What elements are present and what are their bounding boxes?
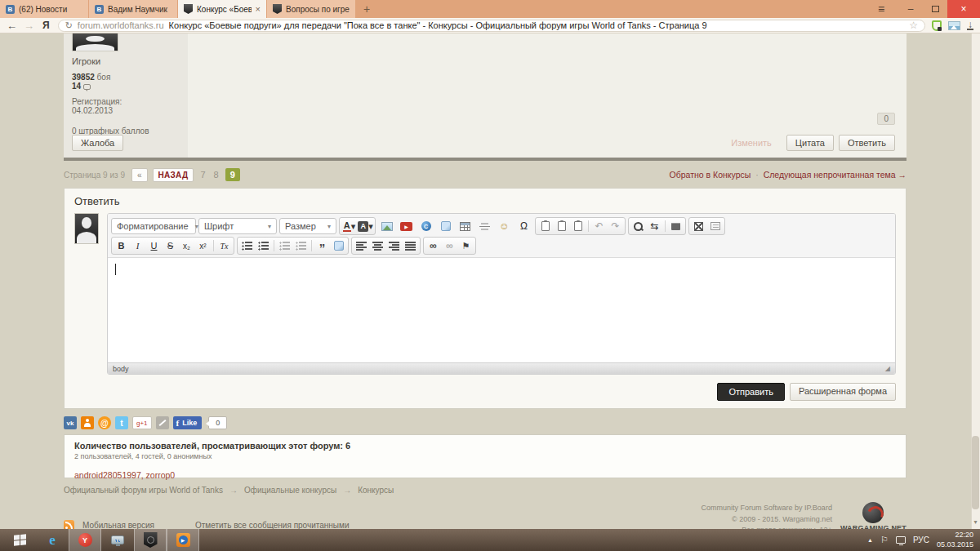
twitter-share-icon[interactable]: t bbox=[115, 416, 128, 429]
security-shield-icon[interactable] bbox=[932, 20, 942, 31]
menu-icon[interactable]: ≡ bbox=[869, 0, 893, 18]
size-dropdown[interactable]: Размер▾ bbox=[279, 218, 336, 234]
network-icon[interactable] bbox=[896, 536, 906, 544]
align-right-button[interactable] bbox=[386, 238, 402, 253]
undo-button[interactable]: ↶ bbox=[591, 219, 607, 233]
paste-word-button[interactable] bbox=[570, 219, 586, 233]
select-all-button[interactable] bbox=[668, 219, 684, 233]
minimize-button[interactable]: – bbox=[898, 0, 923, 18]
new-tab-button[interactable]: + bbox=[356, 0, 377, 18]
forward-icon[interactable]: → bbox=[24, 20, 34, 31]
align-justify-button[interactable] bbox=[403, 238, 418, 253]
quote-button[interactable]: Цитата bbox=[786, 135, 834, 151]
stats-user-links[interactable]: android28051997, zorrop0 bbox=[74, 470, 896, 480]
report-button[interactable]: Жалоба bbox=[72, 135, 123, 151]
language-indicator[interactable]: РУС bbox=[913, 535, 929, 544]
element-path[interactable]: body bbox=[113, 365, 129, 373]
user-avatar[interactable] bbox=[72, 33, 118, 51]
page-link-8[interactable]: 8 bbox=[212, 170, 220, 180]
page-link-7[interactable]: 7 bbox=[198, 170, 207, 180]
superscript-button[interactable]: x² bbox=[195, 238, 211, 253]
taskbar-system-monitor[interactable] bbox=[101, 529, 134, 551]
mobile-version-link[interactable]: Мобильная версия bbox=[82, 521, 154, 529]
reply-button[interactable]: Ответить bbox=[839, 135, 895, 151]
redo-button[interactable]: ↷ bbox=[608, 219, 623, 233]
reload-icon[interactable]: ↻ bbox=[65, 20, 73, 31]
subscript-button[interactable]: x₂ bbox=[179, 238, 194, 253]
paste-text-button[interactable] bbox=[554, 219, 569, 233]
quote-button[interactable]: ” bbox=[314, 238, 330, 253]
mailru-share-icon[interactable]: @ bbox=[98, 416, 111, 429]
scrollbar-thumb[interactable] bbox=[972, 436, 979, 509]
paste-button[interactable] bbox=[537, 219, 553, 233]
facebook-like-button[interactable]: f Like bbox=[173, 416, 203, 429]
tab-contest-active[interactable]: Конкурс «Боевые под × bbox=[178, 0, 266, 18]
vk-share-icon[interactable]: vk bbox=[64, 416, 77, 429]
code-button[interactable] bbox=[331, 238, 346, 253]
gplus-button[interactable]: g+1 bbox=[132, 416, 152, 429]
submit-button[interactable]: Отправить bbox=[717, 383, 785, 401]
find-button[interactable] bbox=[630, 219, 646, 233]
wargaming-logo[interactable]: WARGAMING.NET LET'S BATTLE bbox=[840, 502, 906, 529]
mark-read-link[interactable]: Отметить все сообщения прочитанными bbox=[195, 521, 350, 529]
rss-icon[interactable] bbox=[64, 520, 74, 529]
taskbar-ie[interactable]: e bbox=[36, 529, 69, 551]
back-page-button[interactable]: НАЗАД bbox=[153, 168, 194, 182]
share-icon[interactable] bbox=[156, 416, 169, 429]
horizontal-rule-button[interactable] bbox=[476, 219, 493, 233]
turbo-picture-icon[interactable] bbox=[948, 21, 960, 30]
italic-button[interactable]: I bbox=[130, 238, 145, 253]
unlink-button[interactable]: ∞ bbox=[442, 238, 457, 253]
insert-image-button[interactable] bbox=[378, 219, 395, 233]
strike-button[interactable]: S bbox=[163, 238, 178, 253]
special-char-button[interactable]: Ω bbox=[515, 219, 532, 233]
bookmark-star-icon[interactable]: ☆ bbox=[909, 20, 918, 31]
format-dropdown[interactable]: Форматирование▾ bbox=[111, 218, 196, 234]
bullet-list-button[interactable] bbox=[256, 238, 271, 253]
advanced-form-button[interactable]: Расширенная форма bbox=[790, 383, 896, 401]
close-button[interactable]: × bbox=[947, 0, 980, 18]
restore-button[interactable] bbox=[923, 0, 947, 18]
tray-expand-icon[interactable]: ▲ bbox=[867, 537, 873, 543]
address-input[interactable]: ↻ forum.worldoftanks.ru Конкурс «Боевые … bbox=[58, 20, 925, 32]
next-unread-link[interactable]: Следующая непрочитанная тема → bbox=[764, 170, 906, 180]
editor-text-area[interactable] bbox=[108, 258, 895, 362]
taskbar-media-player[interactable]: ▶ bbox=[167, 529, 199, 551]
taskbar-clock[interactable]: 22:20 05.03.2015 bbox=[937, 531, 973, 549]
insert-table-button[interactable] bbox=[457, 219, 474, 233]
yandex-logo[interactable]: Я bbox=[42, 20, 50, 31]
bold-button[interactable]: B bbox=[114, 238, 129, 253]
maximize-button[interactable] bbox=[691, 219, 706, 233]
start-button[interactable] bbox=[3, 529, 36, 551]
first-page-button[interactable]: « bbox=[131, 168, 148, 182]
anchor-flag-button[interactable]: ⚑ bbox=[458, 238, 474, 253]
scrollbar-down-icon[interactable]: ▾ bbox=[972, 518, 979, 526]
underline-button[interactable]: U bbox=[146, 238, 162, 253]
back-icon[interactable]: ← bbox=[7, 20, 17, 31]
back-to-forum-link[interactable]: Обратно в Конкурсы bbox=[670, 170, 751, 180]
action-center-flag-icon[interactable]: ⚐ bbox=[880, 535, 889, 545]
tab-questions[interactable]: Вопросы по игре - О.. bbox=[267, 0, 355, 18]
outdent-button[interactable] bbox=[277, 238, 292, 253]
smiley-button[interactable]: ☺ bbox=[496, 219, 513, 233]
download-icon[interactable]: ↓ bbox=[967, 20, 973, 30]
odnoklassniki-share-icon[interactable] bbox=[81, 416, 94, 429]
align-center-button[interactable] bbox=[370, 238, 385, 253]
text-color-button[interactable]: A▾ bbox=[341, 219, 357, 233]
breadcrumb-section-link[interactable]: Конкурсы bbox=[358, 486, 394, 495]
breadcrumb-contests-link[interactable]: Официальные конкурсы bbox=[244, 486, 336, 495]
insert-page-button[interactable] bbox=[437, 219, 454, 233]
taskbar-yandex-browser[interactable]: Y bbox=[69, 529, 101, 551]
insert-media-button[interactable]: C bbox=[417, 219, 434, 233]
breadcrumb-forum-link[interactable]: Официальный форум игры World of Tanks bbox=[64, 486, 223, 495]
insert-video-button[interactable]: ▶ bbox=[398, 219, 415, 233]
ordered-list-button[interactable] bbox=[239, 238, 255, 253]
tab-news[interactable]: В (62) Новости bbox=[0, 0, 88, 18]
page-scrollbar[interactable]: ▾ bbox=[971, 33, 980, 529]
taskbar-world-of-tanks[interactable] bbox=[134, 529, 167, 551]
replace-button[interactable]: ⇆ bbox=[647, 219, 662, 233]
indent-button[interactable] bbox=[293, 238, 309, 253]
remove-format-button[interactable]: Tx bbox=[216, 238, 232, 253]
tab-close-icon[interactable]: × bbox=[256, 4, 261, 14]
resize-handle[interactable]: ◢ bbox=[885, 365, 890, 372]
